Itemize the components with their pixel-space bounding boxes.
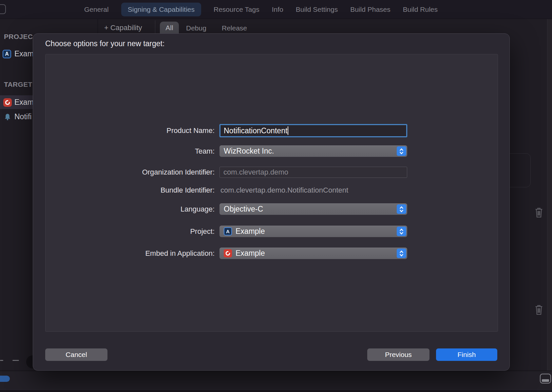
window-bottom-strip — [0, 390, 552, 392]
text-cursor — [288, 126, 288, 135]
tab-resource-tags[interactable]: Resource Tags — [214, 3, 259, 16]
target-editor-tabs: General Signing & Capabilities Resource … — [84, 0, 438, 19]
tab-general[interactable]: General — [84, 3, 109, 16]
project-item-label: Exam — [14, 49, 34, 58]
team-dropdown[interactable]: WizRocket Inc. — [219, 145, 407, 157]
options-form-panel: Product Name: NotificationContent Team: … — [45, 54, 498, 332]
targets-section-header: TARGET — [4, 81, 32, 88]
up-down-chevrons-icon — [397, 227, 406, 236]
filter-release-button[interactable]: Release — [222, 24, 247, 32]
bundle-identifier-value: com.clevertap.demo.NotificationContent — [219, 186, 407, 195]
clevertap-app-icon — [224, 249, 232, 257]
up-down-chevrons-icon — [397, 204, 406, 214]
organization-identifier-input[interactable]: com.clevertap.demo — [219, 167, 407, 178]
trash-icon[interactable] — [534, 304, 544, 315]
target-item-label: Exam — [14, 98, 34, 107]
team-label: Team: — [46, 145, 215, 157]
organization-identifier-label: Organization Identifier: — [46, 167, 215, 178]
bell-icon — [3, 113, 12, 121]
filter-debug-button[interactable]: Debug — [186, 24, 206, 32]
language-value: Objective-C — [224, 205, 263, 214]
project-value: Example — [236, 227, 265, 236]
project-label: Project: — [46, 226, 215, 237]
embed-value: Example — [236, 249, 265, 258]
project-section-header: PROJEC — [4, 33, 33, 41]
embed-in-application-dropdown[interactable]: Example — [219, 248, 407, 259]
tab-build-rules[interactable]: Build Rules — [403, 3, 438, 16]
product-name-value: NotificationContent — [224, 126, 287, 135]
crescent-glyph — [5, 100, 10, 105]
sidebar-remove-button[interactable] — [0, 360, 3, 361]
xcode-window: General Signing & Capabilities Resource … — [0, 0, 552, 392]
embed-in-application-label: Embed in Application: — [46, 248, 215, 259]
project-dropdown[interactable]: A Example — [219, 226, 407, 237]
dialog-title: Choose options for your new target: — [45, 39, 164, 48]
tab-signing-capabilities[interactable]: Signing & Capabilities — [121, 3, 201, 16]
add-capability-button[interactable]: + Capability — [104, 24, 142, 32]
cancel-button[interactable]: Cancel — [45, 348, 107, 361]
bundle-identifier-label: Bundle Identifier: — [46, 186, 215, 195]
xcode-project-icon: A — [224, 227, 232, 235]
up-down-chevrons-icon — [397, 146, 406, 156]
language-dropdown[interactable]: Objective-C — [219, 203, 407, 215]
toggle-debug-area-icon[interactable] — [540, 374, 551, 383]
sidebar-minus-button[interactable] — [12, 360, 19, 361]
product-name-input[interactable]: NotificationContent — [219, 124, 407, 137]
sidebar-item-project-example[interactable]: A Exam — [0, 49, 34, 58]
product-name-label: Product Name: — [46, 124, 215, 137]
window-corner-icon — [0, 4, 6, 14]
team-value: WizRocket Inc. — [224, 147, 274, 156]
debug-status-bar — [0, 371, 552, 390]
xcode-project-icon: A — [3, 50, 11, 58]
organization-identifier-value: com.clevertap.demo — [223, 168, 288, 177]
clevertap-app-icon — [3, 98, 12, 107]
tab-build-settings[interactable]: Build Settings — [296, 3, 338, 16]
editor-tab-bar: General Signing & Capabilities Resource … — [0, 0, 552, 19]
sidebar-divider — [98, 19, 98, 35]
progress-indicator — [0, 376, 10, 382]
tab-build-phases[interactable]: Build Phases — [350, 3, 390, 16]
previous-button[interactable]: Previous — [367, 348, 429, 361]
finish-button[interactable]: Finish — [436, 348, 497, 361]
right-panel-edge — [547, 19, 552, 390]
sidebar-item-target-notification[interactable]: Notifi — [0, 112, 31, 121]
new-target-options-dialog: Choose options for your new target: Prod… — [33, 33, 510, 371]
sidebar-item-target-example[interactable]: Exam — [0, 98, 34, 107]
notification-item-label: Notifi — [14, 112, 31, 121]
up-down-chevrons-icon — [397, 249, 406, 258]
tab-info[interactable]: Info — [272, 3, 283, 16]
trash-icon[interactable] — [534, 207, 544, 218]
language-label: Language: — [46, 203, 215, 215]
